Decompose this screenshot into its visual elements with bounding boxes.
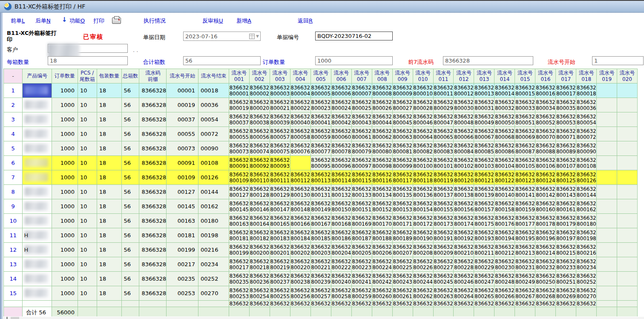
serial-cell[interactable]: 836632800096 — [331, 156, 351, 170]
serial-cell[interactable]: 836632800087 — [515, 141, 535, 156]
grid-cell[interactable]: 00001 — [167, 83, 198, 98]
serial-cell[interactable]: 836632800132 — [331, 185, 351, 199]
serial-cell[interactable]: 836632800088 — [535, 141, 556, 156]
serial-cell[interactable]: 836632800026 — [372, 98, 392, 112]
add-new-button[interactable]: 新增A — [236, 17, 251, 25]
grid-cell[interactable]: 56 — [121, 286, 139, 301]
serial-cell[interactable]: 836632800100 — [413, 156, 433, 170]
serial-cell[interactable]: 836632800084 — [454, 141, 474, 156]
serial-cell[interactable]: 836632800201 — [270, 243, 290, 257]
serial-cell[interactable]: 836632800237 — [270, 272, 290, 286]
serial-cell[interactable]: 836632800216 — [576, 243, 597, 257]
grid-cell[interactable]: 56 — [121, 214, 139, 228]
serial-cell[interactable] — [597, 199, 617, 214]
grid-cell[interactable]: 10 — [78, 243, 97, 257]
serial-cell[interactable]: 836632800052 — [535, 112, 556, 127]
serial-cell[interactable]: 836632800068 — [494, 127, 515, 141]
grid-cell[interactable]: 00108 — [198, 156, 229, 170]
serial-cell[interactable] — [597, 257, 617, 272]
serial-cell[interactable]: 836632800045 — [392, 112, 413, 127]
total-boxes-input[interactable]: 56 — [183, 56, 261, 65]
serial-cell[interactable]: 836632800037 — [229, 112, 249, 127]
serial-cell[interactable]: 836632800016 — [535, 83, 556, 98]
serial-cell[interactable]: 836632800122 — [494, 170, 515, 185]
serial-cell[interactable]: 836632 — [229, 301, 249, 307]
grid-cell[interactable]: 00037 — [167, 112, 198, 127]
serial-cell[interactable]: 836632800050 — [494, 112, 515, 127]
serial-cell[interactable]: 836632800189 — [392, 228, 413, 243]
serial-cell[interactable]: 836632800036 — [576, 98, 597, 112]
product-code-cell[interactable] — [23, 185, 52, 199]
serial-cell[interactable] — [617, 199, 638, 214]
serial-cell[interactable]: 836632800115 — [351, 170, 372, 185]
serial-cell[interactable]: 836632800199 — [229, 243, 249, 257]
serial-cell[interactable]: 836632800233 — [556, 257, 576, 272]
serial-cell[interactable]: 836632800101 — [433, 156, 454, 170]
row-number[interactable]: 13 — [4, 257, 23, 272]
grid-cell[interactable]: 1000 — [52, 286, 78, 301]
serial-cell[interactable]: 836632800205 — [351, 243, 372, 257]
serial-cell[interactable]: 836632800063 — [392, 127, 413, 141]
serial-cell[interactable]: 836632800179 — [556, 214, 576, 228]
grid-cell[interactable] — [121, 301, 139, 307]
serial-cell[interactable]: 836632800252 — [576, 272, 597, 286]
serial-cell[interactable] — [597, 170, 617, 185]
serial-cell[interactable]: 836632800193 — [474, 228, 494, 243]
grid-cell[interactable]: 56 — [121, 112, 139, 127]
serial-cell[interactable]: 836632800034 — [535, 98, 556, 112]
serial-cell[interactable]: 836632800247 — [474, 272, 494, 286]
grid-cell[interactable]: 1000 — [52, 272, 78, 286]
grid-cell[interactable]: 18 — [97, 170, 121, 185]
serial-cell[interactable]: 836632800025 — [351, 98, 372, 112]
grid-cell[interactable]: 56 — [121, 170, 139, 185]
serial-cell[interactable]: 836632800174 — [454, 214, 474, 228]
serial-cell[interactable] — [597, 83, 617, 98]
serial-cell[interactable]: 836632800212 — [494, 243, 515, 257]
serial-cell[interactable]: 836632800128 — [249, 185, 270, 199]
grid-cell[interactable]: 8366328 — [139, 127, 167, 141]
serial-cell[interactable]: 836632800121 — [474, 170, 494, 185]
serial-cell[interactable]: 836632800074 — [249, 141, 270, 156]
serial-cell[interactable]: 836632800266 — [494, 286, 515, 301]
grid-cell[interactable]: 10 — [78, 83, 97, 98]
serial-cell[interactable]: 836632800146 — [249, 199, 270, 214]
docno-input[interactable]: BQDY-20230716-02 — [315, 32, 393, 40]
serial-cell[interactable]: 836632 — [351, 301, 372, 307]
grid-cell[interactable]: 1000 — [52, 185, 78, 199]
serial-cell[interactable]: 836632800236 — [249, 272, 270, 286]
grid-cell[interactable]: 00253 — [167, 286, 198, 301]
serial-cell[interactable] — [597, 185, 617, 199]
serial-cell[interactable]: 836632800031 — [474, 98, 494, 112]
grid-cell[interactable]: 00072 — [198, 127, 229, 141]
serial-cell[interactable]: 836632800022 — [290, 98, 310, 112]
serial-cell[interactable]: 836632800218 — [249, 257, 270, 272]
serial-cell[interactable]: 836632800080 — [372, 141, 392, 156]
serial-cell[interactable]: 836632800035 — [556, 98, 576, 112]
grid-cell[interactable]: 18 — [97, 127, 121, 141]
serial-cell[interactable]: 836632800142 — [535, 185, 556, 199]
serial-cell[interactable] — [617, 98, 638, 112]
grid-cell[interactable]: 1000 — [52, 141, 78, 156]
grid-cell[interactable]: 18 — [97, 214, 121, 228]
serial-cell[interactable]: 836632800051 — [515, 112, 535, 127]
serial-cell[interactable] — [617, 170, 638, 185]
serial-cell[interactable] — [617, 301, 638, 307]
serial-cell[interactable]: 836632800059 — [310, 127, 331, 141]
serial-cell[interactable]: 836632800019 — [229, 98, 249, 112]
serial-cell[interactable]: 836632800183 — [270, 228, 290, 243]
row-number[interactable]: 4 — [4, 127, 23, 141]
row-number[interactable]: 14 — [4, 272, 23, 286]
grid-cell[interactable]: 1000 — [52, 199, 78, 214]
serial-cell[interactable]: 836632800221 — [310, 257, 331, 272]
serial-cell[interactable]: 836632800191 — [433, 228, 454, 243]
product-code-cell[interactable]: H — [23, 243, 52, 257]
functions-button[interactable]: 功能O — [69, 17, 85, 25]
serial-cell[interactable]: 836632800241 — [351, 272, 372, 286]
serial-cell[interactable]: 836632800072 — [576, 127, 597, 141]
grid-cell[interactable]: 56 — [121, 156, 139, 170]
serial-cell[interactable]: 836632800010 — [413, 83, 433, 98]
serial-cell[interactable] — [597, 301, 617, 307]
grid-cell[interactable]: 10 — [78, 257, 97, 272]
grid-cell[interactable]: 1000 — [52, 156, 78, 170]
serial-cell[interactable]: 836632800245 — [433, 272, 454, 286]
